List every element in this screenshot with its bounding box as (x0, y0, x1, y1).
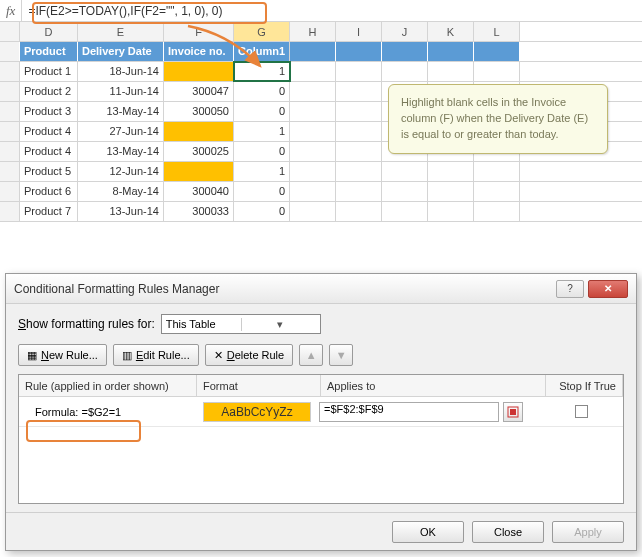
cell-invoice[interactable] (164, 122, 234, 141)
cell-invoice[interactable]: 300040 (164, 182, 234, 201)
cell-date[interactable]: 8-May-14 (78, 182, 164, 201)
select-all-corner[interactable] (0, 22, 20, 41)
cell-product[interactable]: Product 7 (20, 202, 78, 221)
new-rule-icon: ▦ (27, 349, 37, 362)
rules-toolbar: ▦New Rule... ▥Edit Rule... ✕Delete Rule … (18, 344, 624, 366)
move-up-button[interactable]: ▲ (299, 344, 323, 366)
tip-callout: Highlight blank cells in the Invoice col… (388, 84, 608, 154)
cell-date[interactable]: 18-Jun-14 (78, 62, 164, 81)
dialog-footer: OK Close Apply (6, 512, 636, 550)
col-header-L[interactable]: L (474, 22, 520, 41)
scope-value: This Table (166, 318, 242, 330)
table-row: Product 68-May-143000400 (0, 182, 642, 202)
scope-combo[interactable]: This Table ▾ (161, 314, 321, 334)
table-header-row: Product Delivery Date Invoice no. Column… (0, 42, 642, 62)
col-header-K[interactable]: K (428, 22, 474, 41)
col-header-D[interactable]: D (20, 22, 78, 41)
new-rule-button[interactable]: ▦New Rule... (18, 344, 107, 366)
svg-rect-1 (510, 409, 516, 415)
rule-row[interactable]: Formula: =$G2=1 AaBbCcYyZz =$F$2:$F$9 (19, 397, 623, 427)
edit-rule-button[interactable]: ▥Edit Rule... (113, 344, 199, 366)
table-row: Product 512-Jun-141 (0, 162, 642, 182)
table-row: Product 118-Jun-141 (0, 62, 642, 82)
cell-col1[interactable]: 0 (234, 82, 290, 101)
header-invoice[interactable]: Invoice no. (164, 42, 234, 61)
move-down-button[interactable]: ▼ (329, 344, 353, 366)
cell-date[interactable]: 11-Jun-14 (78, 82, 164, 101)
formula-input[interactable]: =IF(E2>=TODAY(),IF(F2="", 1, 0), 0) (22, 4, 642, 18)
cell-invoice[interactable]: 300025 (164, 142, 234, 161)
header-delivery[interactable]: Delivery Date (78, 42, 164, 61)
header-column1[interactable]: Column1 (234, 42, 290, 61)
formula-bar: fx =IF(E2>=TODAY(),IF(F2="", 1, 0), 0) (0, 0, 642, 22)
col-rule: Rule (applied in order shown) (19, 375, 197, 396)
range-selector-button[interactable] (503, 402, 523, 422)
cell-date[interactable]: 12-Jun-14 (78, 162, 164, 181)
cell-date[interactable]: 27-Jun-14 (78, 122, 164, 141)
cell-product[interactable]: Product 3 (20, 102, 78, 121)
cell-product[interactable]: Product 5 (20, 162, 78, 181)
chevron-down-icon: ▾ (241, 318, 318, 331)
cell-product[interactable]: Product 4 (20, 122, 78, 141)
cell-col1[interactable]: 0 (234, 102, 290, 121)
applies-to-input[interactable]: =$F$2:$F$9 (319, 402, 499, 422)
rules-list-header: Rule (applied in order shown) Format App… (19, 375, 623, 397)
format-preview: AaBbCcYyZz (203, 402, 311, 422)
cell-col1[interactable]: 1 (234, 62, 290, 81)
scope-row: Show formatting rules for: This Table ▾ (18, 314, 624, 334)
fx-label[interactable]: fx (0, 0, 22, 21)
edit-rule-icon: ▥ (122, 349, 132, 362)
cell-invoice[interactable] (164, 162, 234, 181)
col-applies: Applies to (321, 375, 546, 396)
rules-list: Rule (applied in order shown) Format App… (18, 374, 624, 504)
cf-rules-manager-dialog: Conditional Formatting Rules Manager ? ✕… (5, 273, 637, 551)
help-button[interactable]: ? (556, 280, 584, 298)
cell-date[interactable]: 13-Jun-14 (78, 202, 164, 221)
col-header-G[interactable]: G (234, 22, 290, 41)
dialog-title: Conditional Formatting Rules Manager (14, 282, 556, 296)
cell-date[interactable]: 13-May-14 (78, 102, 164, 121)
col-header-E[interactable]: E (78, 22, 164, 41)
cell-col1[interactable]: 0 (234, 142, 290, 161)
cell-product[interactable]: Product 6 (20, 182, 78, 201)
col-header-I[interactable]: I (336, 22, 382, 41)
tip-text: Highlight blank cells in the Invoice col… (401, 96, 588, 140)
apply-button[interactable]: Apply (552, 521, 624, 543)
cell-product[interactable]: Product 4 (20, 142, 78, 161)
scope-label: Show formatting rules for: (18, 317, 155, 331)
cell-product[interactable]: Product 2 (20, 82, 78, 101)
ok-button[interactable]: OK (392, 521, 464, 543)
column-headers: D E F G H I J K L (0, 22, 642, 42)
header-product[interactable]: Product (20, 42, 78, 61)
cell-col1[interactable]: 0 (234, 202, 290, 221)
cell-invoice[interactable]: 300050 (164, 102, 234, 121)
cell-date[interactable]: 13-May-14 (78, 142, 164, 161)
cell-invoice[interactable] (164, 62, 234, 81)
close-dialog-button[interactable]: Close (472, 521, 544, 543)
rule-text: Formula: =$G2=1 (23, 406, 195, 418)
close-button[interactable]: ✕ (588, 280, 628, 298)
col-header-F[interactable]: F (164, 22, 234, 41)
col-header-H[interactable]: H (290, 22, 336, 41)
dialog-titlebar[interactable]: Conditional Formatting Rules Manager ? ✕ (6, 274, 636, 304)
cell-col1[interactable]: 1 (234, 162, 290, 181)
col-header-J[interactable]: J (382, 22, 428, 41)
cell-col1[interactable]: 0 (234, 182, 290, 201)
col-format: Format (197, 375, 321, 396)
cell-invoice[interactable]: 300033 (164, 202, 234, 221)
col-stop: Stop If True (546, 375, 623, 396)
stop-if-true-checkbox[interactable] (575, 405, 588, 418)
cell-product[interactable]: Product 1 (20, 62, 78, 81)
delete-rule-icon: ✕ (214, 349, 223, 362)
delete-rule-button[interactable]: ✕Delete Rule (205, 344, 294, 366)
cell-col1[interactable]: 1 (234, 122, 290, 141)
cell-invoice[interactable]: 300047 (164, 82, 234, 101)
table-row: Product 713-Jun-143000330 (0, 202, 642, 222)
